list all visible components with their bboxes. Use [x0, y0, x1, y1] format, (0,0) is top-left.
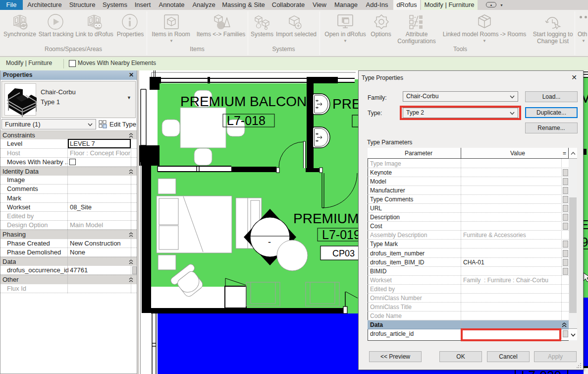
svg-text:PREMIUM BALCONY: PREMIUM BALCONY — [180, 94, 316, 109]
svg-text:L7-019: L7-019 — [322, 228, 361, 242]
svg-text:CP03: CP03 — [332, 249, 355, 258]
svg-text:L7-018: L7-018 — [227, 114, 266, 127]
svg-text:-: - — [268, 237, 271, 247]
svg-text:PREMIUM: PREMIUM — [293, 211, 359, 226]
